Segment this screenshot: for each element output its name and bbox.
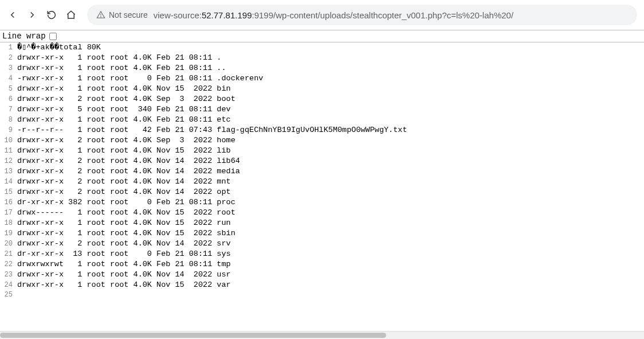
source-line: 17drwx------ 1 root root 4.0K Nov 15 202… xyxy=(0,208,644,218)
line-number: 7 xyxy=(0,104,16,115)
line-number: 3 xyxy=(0,63,16,73)
line-number: 10 xyxy=(0,135,16,146)
source-table: 1�▯^�+ak��total 80K2drwxr-xr-x 1 root ro… xyxy=(0,42,644,300)
source-line: 22drwxrwxrwt 1 root root 4.0K Feb 21 08:… xyxy=(0,259,644,270)
line-content: drwxr-xr-x 1 root root 4.0K Nov 15 2022 … xyxy=(16,146,644,156)
line-number: 13 xyxy=(0,166,16,177)
source-line: 14drwxr-xr-x 2 root root 4.0K Nov 14 202… xyxy=(0,177,644,187)
line-content: -rwxr-xr-x 1 root root 0 Feb 21 08:11 .d… xyxy=(16,73,644,84)
line-number: 18 xyxy=(0,218,16,228)
source-line: 13drwxr-xr-x 2 root root 4.0K Nov 14 202… xyxy=(0,166,644,177)
line-content: drwxrwxrwt 1 root root 4.0K Feb 21 08:11… xyxy=(16,259,644,270)
line-content: drwxr-xr-x 2 root root 4.0K Nov 14 2022 … xyxy=(16,177,644,187)
source-line: 5drwxr-xr-x 1 root root 4.0K Nov 15 2022… xyxy=(0,84,644,94)
line-number: 14 xyxy=(0,177,16,187)
source-line: 24drwxr-xr-x 1 root root 4.0K Nov 15 202… xyxy=(0,280,644,290)
scrollbar-thumb[interactable] xyxy=(0,333,386,338)
line-number: 12 xyxy=(0,156,16,166)
security-indicator[interactable]: Not secure xyxy=(96,10,148,20)
line-number: 15 xyxy=(0,187,16,197)
line-content: �▯^�+ak��total 80K xyxy=(16,42,644,53)
source-line: 21dr-xr-xr-x 13 root root 0 Feb 21 08:11… xyxy=(0,249,644,259)
home-icon[interactable] xyxy=(65,9,77,21)
line-number: 5 xyxy=(0,84,16,94)
line-content: dr-xr-xr-x 13 root root 0 Feb 21 08:11 s… xyxy=(16,249,644,259)
warning-icon xyxy=(96,10,105,20)
line-content: drwxr-xr-x 2 root root 4.0K Sep 3 2022 b… xyxy=(16,94,644,104)
line-content: drwxr-xr-x 2 root root 4.0K Nov 14 2022 … xyxy=(16,239,644,249)
line-content: drwxr-xr-x 2 root root 4.0K Nov 14 2022 … xyxy=(16,187,644,197)
address-bar[interactable]: Not secure view-source:52.77.81.199:9199… xyxy=(87,5,637,25)
source-line: 2drwxr-xr-x 1 root root 4.0K Feb 21 08:1… xyxy=(0,53,644,63)
browser-toolbar: Not secure view-source:52.77.81.199:9199… xyxy=(0,0,644,30)
line-content: dr-xr-xr-x 382 root root 0 Feb 21 08:11 … xyxy=(16,197,644,208)
line-content: drwxr-xr-x 5 root root 340 Feb 21 08:11 … xyxy=(16,104,644,115)
source-line: 1�▯^�+ak��total 80K xyxy=(0,42,644,53)
source-header: Line wrap xyxy=(0,30,644,42)
line-content: drwxr-xr-x 2 root root 4.0K Sep 3 2022 h… xyxy=(16,135,644,146)
line-content: drwxr-xr-x 2 root root 4.0K Nov 14 2022 … xyxy=(16,166,644,177)
line-content: drwxr-xr-x 1 root root 4.0K Nov 15 2022 … xyxy=(16,84,644,94)
back-icon[interactable] xyxy=(7,9,18,21)
url-display: view-source:52.77.81.199:9199/wp-content… xyxy=(154,10,513,20)
source-line: 20drwxr-xr-x 2 root root 4.0K Nov 14 202… xyxy=(0,239,644,249)
line-number: 6 xyxy=(0,94,16,104)
source-line: 19drwxr-xr-x 1 root root 4.0K Nov 15 202… xyxy=(0,228,644,239)
line-number: 19 xyxy=(0,228,16,239)
source-line: 6drwxr-xr-x 2 root root 4.0K Sep 3 2022 … xyxy=(0,94,644,104)
line-number: 25 xyxy=(0,290,16,300)
source-line: 10drwxr-xr-x 2 root root 4.0K Sep 3 2022… xyxy=(0,135,644,146)
line-content: drwxr-xr-x 1 root root 4.0K Feb 21 08:11… xyxy=(16,115,644,125)
source-line: 12drwxr-xr-x 2 root root 4.0K Nov 14 202… xyxy=(0,156,644,166)
nav-buttons xyxy=(7,9,77,21)
line-number: 24 xyxy=(0,280,16,290)
line-wrap-checkbox[interactable] xyxy=(49,33,57,40)
line-number: 16 xyxy=(0,197,16,208)
horizontal-scrollbar[interactable] xyxy=(0,331,644,339)
line-content: drwx------ 1 root root 4.0K Nov 15 2022 … xyxy=(16,208,644,218)
line-number: 17 xyxy=(0,208,16,218)
line-number: 11 xyxy=(0,146,16,156)
line-content: drwxr-xr-x 1 root root 4.0K Feb 21 08:11… xyxy=(16,53,644,63)
source-line: 15drwxr-xr-x 2 root root 4.0K Nov 14 202… xyxy=(0,187,644,197)
line-number: 1 xyxy=(0,42,16,53)
forward-icon[interactable] xyxy=(26,9,38,21)
reload-icon[interactable] xyxy=(46,9,57,21)
source-line: 3drwxr-xr-x 1 root root 4.0K Feb 21 08:1… xyxy=(0,63,644,73)
source-line: 7drwxr-xr-x 5 root root 340 Feb 21 08:11… xyxy=(0,104,644,115)
line-number: 21 xyxy=(0,249,16,259)
line-number: 22 xyxy=(0,259,16,270)
line-content: drwxr-xr-x 1 root root 4.0K Nov 15 2022 … xyxy=(16,228,644,239)
line-number: 9 xyxy=(0,125,16,135)
not-secure-label: Not secure xyxy=(109,10,148,20)
svg-point-1 xyxy=(101,17,101,17)
line-content: -r--r--r-- 1 root root 42 Feb 21 07:43 f… xyxy=(16,125,644,135)
line-content: drwxr-xr-x 1 root root 4.0K Feb 21 08:11… xyxy=(16,63,644,73)
line-content: drwxr-xr-x 1 root root 4.0K Nov 15 2022 … xyxy=(16,218,644,228)
line-wrap-label: Line wrap xyxy=(2,32,46,41)
line-number: 4 xyxy=(0,73,16,84)
line-number: 20 xyxy=(0,239,16,249)
source-line: 9-r--r--r-- 1 root root 42 Feb 21 07:43 … xyxy=(0,125,644,135)
source-line: 25 xyxy=(0,290,644,300)
line-content xyxy=(16,290,644,300)
line-number: 23 xyxy=(0,270,16,280)
line-content: drwxr-xr-x 1 root root 4.0K Nov 14 2022 … xyxy=(16,270,644,280)
source-line: 11drwxr-xr-x 1 root root 4.0K Nov 15 202… xyxy=(0,146,644,156)
source-line: 23drwxr-xr-x 1 root root 4.0K Nov 14 202… xyxy=(0,270,644,280)
source-line: 18drwxr-xr-x 1 root root 4.0K Nov 15 202… xyxy=(0,218,644,228)
line-content: drwxr-xr-x 2 root root 4.0K Nov 14 2022 … xyxy=(16,156,644,166)
line-number: 8 xyxy=(0,115,16,125)
line-number: 2 xyxy=(0,53,16,63)
line-content: drwxr-xr-x 1 root root 4.0K Nov 15 2022 … xyxy=(16,280,644,290)
source-line: 8drwxr-xr-x 1 root root 4.0K Feb 21 08:1… xyxy=(0,115,644,125)
source-line: 16dr-xr-xr-x 382 root root 0 Feb 21 08:1… xyxy=(0,197,644,208)
source-content: 1�▯^�+ak��total 80K2drwxr-xr-x 1 root ro… xyxy=(0,42,644,339)
source-line: 4-rwxr-xr-x 1 root root 0 Feb 21 08:11 .… xyxy=(0,73,644,84)
